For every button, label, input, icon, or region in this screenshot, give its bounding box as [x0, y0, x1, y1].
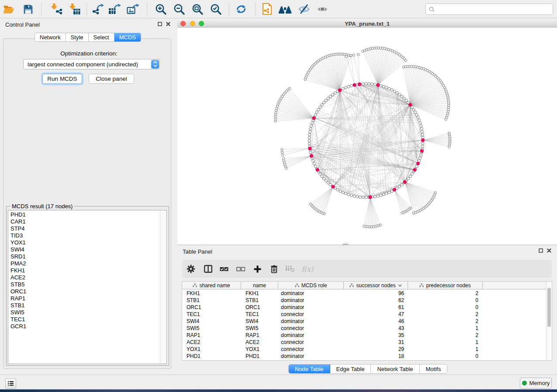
table-row[interactable]: RAP1RAP1dominator352 [182, 332, 547, 339]
open-file-icon[interactable] [1, 2, 16, 17]
mcds-result-item[interactable]: PMA2 [10, 260, 26, 267]
table-header-row: shared namenameMCDS rolesuccessor nodesp… [182, 282, 547, 289]
mcds-result-item[interactable]: TEC1 [10, 316, 26, 323]
import-network-icon[interactable] [48, 2, 63, 17]
mcds-result-item[interactable]: STB5 [10, 281, 26, 288]
mcds-result-list[interactable]: PHD1CAR1STP4TID3YOX1SWI4SRD1PMA2FKH1ACE2… [8, 210, 167, 364]
criterion-select[interactable]: largest connected component (undirected) [23, 59, 160, 69]
table-row[interactable]: YOX1YOX1connector291 [182, 346, 547, 353]
mcds-result-item[interactable]: SWI5 [10, 309, 26, 316]
column-header-MCDS-role[interactable]: MCDS role [278, 282, 344, 289]
share-document-icon[interactable] [260, 2, 275, 17]
mcds-result-item[interactable]: TID3 [10, 232, 26, 239]
show-details-icon[interactable] [315, 2, 330, 17]
delete-icon[interactable] [267, 262, 281, 276]
tab-select[interactable]: Select [89, 33, 114, 41]
cell-shared-name: SWI5 [182, 325, 241, 331]
search-network-icon[interactable] [277, 2, 292, 17]
cell-MCDS-role: dominator [278, 318, 344, 324]
cell-successor-nodes: 47 [344, 311, 408, 317]
refresh-icon[interactable] [234, 2, 249, 17]
export-network-icon[interactable] [91, 2, 106, 17]
mcds-result-item[interactable]: FKH1 [10, 267, 26, 274]
svg-text:f(x): f(x) [301, 265, 314, 273]
mcds-tab-content: Optimization criterion: largest connecte… [3, 38, 171, 369]
tab-mcds[interactable]: MCDS [114, 33, 141, 41]
tab-network[interactable]: Network [35, 33, 66, 41]
column-header-shared-name[interactable]: shared name [182, 282, 241, 289]
export-table-icon[interactable] [107, 2, 122, 17]
cell-successor-nodes: 43 [344, 325, 408, 331]
task-history-button[interactable] [5, 378, 16, 389]
cell-shared-name: RAP1 [182, 332, 241, 338]
mcds-result-item[interactable]: STB1 [10, 302, 26, 309]
table-row[interactable]: SWI5SWI5connector431 [182, 325, 547, 332]
zoom-fit-icon[interactable] [190, 2, 205, 17]
table-row[interactable]: SWI4SWI4dominator462 [182, 318, 547, 325]
table-row[interactable]: FKH1FKH1dominator962 [182, 290, 547, 297]
close-panel-button[interactable]: Close panel [89, 74, 134, 84]
column-header-successor-nodes[interactable]: successor nodes [344, 282, 408, 289]
cell-MCDS-role: connector [278, 339, 344, 345]
gear-icon[interactable] [184, 262, 198, 276]
hide-details-icon[interactable] [297, 2, 311, 17]
search-box[interactable] [426, 3, 553, 15]
tab-style[interactable]: Style [66, 33, 89, 41]
mcds-result-item[interactable]: ORC1 [10, 288, 26, 295]
zoom-selected-icon[interactable] [208, 2, 223, 17]
table-row[interactable]: STB1STB1dominator620 [182, 297, 547, 304]
table-panel: Table Panel f(x) shared namenameMCDS rol… [175, 245, 557, 375]
toolbar-separator [41, 3, 42, 15]
network-window-title: YPA_prune.txt_1 [177, 21, 557, 27]
save-icon[interactable] [21, 2, 35, 17]
tab-network-table[interactable]: Network Table [371, 364, 419, 373]
mcds-result-item[interactable]: RAP1 [10, 295, 26, 302]
mcds-result-item[interactable]: GCR1 [10, 323, 26, 330]
run-mcds-button[interactable]: Run MCDS [42, 74, 82, 84]
toolbar-separator [229, 3, 229, 15]
cell-successor-nodes: 61 [344, 304, 408, 310]
main-toolbar [0, 0, 557, 18]
select-all-icon[interactable] [217, 262, 231, 276]
float-icon[interactable] [158, 22, 162, 26]
close-icon[interactable] [547, 248, 551, 253]
search-input[interactable] [437, 6, 553, 13]
table-scrollbar[interactable] [546, 282, 552, 360]
table-row[interactable]: ORC1ORC1dominator610 [182, 304, 547, 311]
network-window-titlebar[interactable]: YPA_prune.txt_1 [177, 19, 557, 28]
export-image-icon[interactable] [126, 2, 141, 17]
mcds-result-item[interactable]: SRD1 [10, 253, 26, 260]
mcds-result-item[interactable]: SWI4 [10, 246, 26, 253]
zoom-in-icon[interactable] [153, 2, 168, 17]
table-scrollbar-thumb[interactable] [547, 288, 551, 327]
columns-icon[interactable] [201, 262, 215, 276]
deselect-all-icon[interactable] [234, 262, 248, 276]
cell-successor-nodes: 96 [344, 290, 408, 296]
zoom-out-icon[interactable] [172, 2, 187, 17]
close-icon[interactable] [166, 22, 170, 26]
tab-node-table[interactable]: Node Table [289, 364, 330, 373]
network-canvas[interactable] [177, 28, 556, 244]
mcds-result-item[interactable]: ACE2 [10, 274, 26, 281]
memory-button[interactable]: Memory [520, 378, 552, 389]
mcds-result-item[interactable]: CAR1 [10, 218, 26, 225]
status-bar: Memory [0, 375, 557, 389]
tab-edge-table[interactable]: Edge Table [330, 364, 371, 373]
mcds-result-item[interactable]: STP4 [10, 225, 26, 232]
tab-motifs[interactable]: Motifs [420, 364, 447, 373]
table-row[interactable]: ACE2ACE2connector311 [182, 339, 547, 346]
mcds-result-item[interactable]: YOX1 [10, 239, 26, 246]
add-icon[interactable] [250, 262, 264, 276]
import-table-icon[interactable] [67, 2, 82, 17]
mcds-result-item[interactable]: PHD1 [10, 211, 26, 218]
network-graph[interactable] [177, 28, 556, 244]
float-icon[interactable] [539, 248, 543, 253]
cell-shared-name: FKH1 [182, 290, 241, 296]
table-row[interactable]: TEC1TEC1connector472 [182, 311, 547, 318]
cell-MCDS-role: dominator [278, 304, 344, 310]
column-header-predecessor-nodes[interactable]: predecessor nodes [408, 282, 483, 289]
column-header-name[interactable]: name [241, 282, 278, 289]
cell-successor-nodes: 35 [344, 332, 408, 338]
table-row[interactable]: PHD1PHD1dominator180 [182, 353, 547, 360]
mcds-list-scrollbar[interactable] [160, 210, 166, 364]
